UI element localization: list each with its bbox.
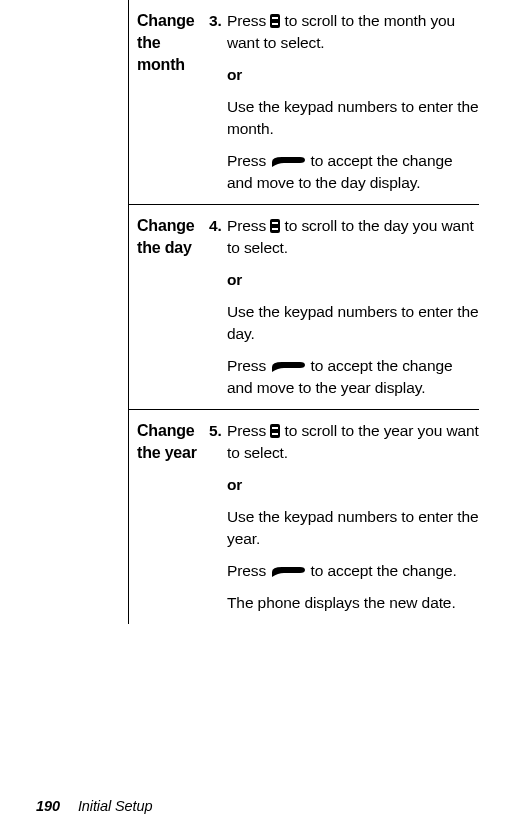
ok-key-icon	[270, 156, 306, 168]
step-text: Press to scroll to the month you want to…	[227, 10, 479, 54]
table-row: Change the day 4. Press to scroll to the…	[129, 204, 479, 409]
table-row: Change the year 5. Press to scroll to th…	[129, 409, 479, 624]
text: Press	[227, 217, 270, 234]
text: The phone displays the new date.	[227, 592, 479, 614]
scroll-key-icon	[270, 219, 280, 233]
row-label: Change the year	[129, 420, 209, 614]
row-body: 4. Press to scroll to the day you want t…	[209, 215, 479, 399]
text: Press to accept the change and move to t…	[227, 150, 479, 194]
ok-key-icon	[270, 361, 306, 373]
page-number: 190	[36, 798, 60, 814]
step-number: 4.	[209, 215, 227, 237]
table-row: Change the month 3. Press to scroll to t…	[129, 0, 479, 204]
section-title: Initial Setup	[78, 798, 152, 814]
step-number: 5.	[209, 420, 227, 442]
step-number: 3.	[209, 10, 227, 32]
page: Change the month 3. Press to scroll to t…	[0, 0, 509, 832]
row-body: 5. Press to scroll to the year you want …	[209, 420, 479, 614]
text: Use the keypad numbers to enter the mont…	[227, 96, 479, 140]
ok-key-icon	[270, 566, 306, 578]
text: Use the keypad numbers to enter the day.	[227, 301, 479, 345]
text: Press to accept the change and move to t…	[227, 355, 479, 399]
or-label: or	[227, 64, 479, 86]
text: to accept the change.	[306, 562, 456, 579]
row-label: Change the month	[129, 10, 209, 194]
instruction-table: Change the month 3. Press to scroll to t…	[128, 0, 479, 624]
or-label: or	[227, 474, 479, 496]
text: Press	[227, 562, 270, 579]
row-body: 3. Press to scroll to the month you want…	[209, 10, 479, 194]
row-label: Change the day	[129, 215, 209, 399]
text: Press to accept the change.	[227, 560, 479, 582]
scroll-key-icon	[270, 14, 280, 28]
text: Use the keypad numbers to enter the year…	[227, 506, 479, 550]
scroll-key-icon	[270, 424, 280, 438]
text: Press	[227, 357, 270, 374]
step-text: Press to scroll to the day you want to s…	[227, 215, 479, 259]
page-footer: 190Initial Setup	[36, 798, 152, 814]
text: Press	[227, 152, 270, 169]
or-label: or	[227, 269, 479, 291]
step-text: Press to scroll to the year you want to …	[227, 420, 479, 464]
text: Press	[227, 12, 270, 29]
text: Press	[227, 422, 270, 439]
